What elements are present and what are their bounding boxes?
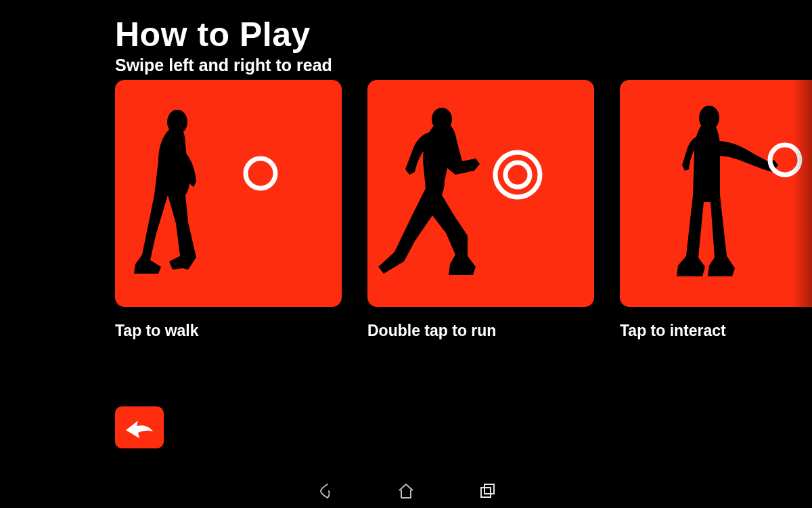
tutorial-screen: How to Play Swipe left and right to read [0, 0, 812, 508]
tutorial-tile [620, 80, 812, 307]
svg-point-6 [770, 145, 800, 175]
nav-back-button[interactable] [315, 481, 335, 501]
svg-rect-7 [481, 488, 491, 497]
single-tap-icon [770, 145, 800, 175]
nav-recent-button[interactable] [477, 481, 497, 501]
tutorial-card-run[interactable]: Double tap to run [367, 80, 594, 340]
svg-point-3 [495, 152, 540, 197]
svg-point-4 [505, 163, 530, 187]
tutorial-caption: Tap to interact [620, 322, 812, 340]
tutorial-caption: Double tap to run [367, 322, 594, 340]
android-navbar [0, 474, 812, 508]
tutorial-card-walk[interactable]: Tap to walk [115, 80, 342, 340]
tutorial-card-interact[interactable]: Tap to interact [620, 80, 812, 340]
nav-home-button[interactable] [396, 481, 416, 501]
back-icon [315, 482, 334, 501]
page-subtitle: Swipe left and right to read [115, 56, 332, 75]
tutorial-caption: Tap to walk [115, 322, 342, 340]
svg-point-1 [246, 158, 275, 188]
double-tap-icon [495, 152, 540, 197]
tutorial-tile [115, 80, 342, 307]
page-title: How to Play [115, 15, 311, 54]
back-button[interactable] [115, 406, 164, 448]
recent-apps-icon [478, 482, 496, 500]
home-icon [397, 482, 415, 500]
back-arrow-icon [123, 415, 156, 440]
svg-rect-8 [484, 484, 494, 494]
tutorial-carousel[interactable]: Tap to walk [115, 80, 812, 340]
single-tap-icon [246, 158, 275, 188]
tutorial-tile [367, 80, 594, 307]
